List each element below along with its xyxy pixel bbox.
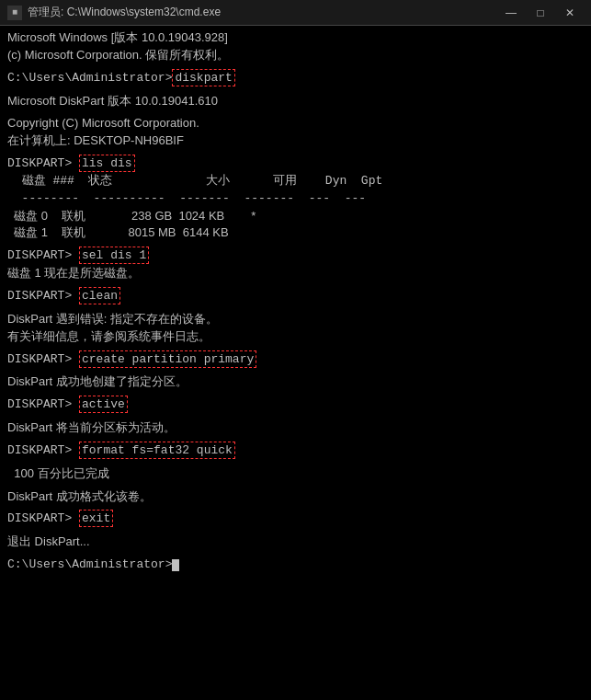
command-line: DISKPART> active: [7, 396, 584, 414]
close-button[interactable]: ✕: [556, 4, 584, 22]
output-line: DiskPart 遇到错误: 指定不存在的设备。: [7, 311, 584, 328]
command-text: lis dis: [79, 155, 135, 172]
output-line: (c) Microsoft Corporation. 保留所有权利。: [7, 47, 584, 64]
prompt-text: DISKPART>: [7, 352, 79, 366]
console-output: Microsoft Windows [版本 10.0.19043.928](c)…: [0, 26, 591, 700]
minimize-button[interactable]: —: [497, 4, 525, 22]
output-line: Microsoft DiskPart 版本 10.0.19041.610: [7, 93, 584, 110]
table-header: 磁盘 ### 状态 大小 可用 Dyn Gpt: [7, 173, 584, 190]
command-text: create partition primary: [79, 350, 256, 368]
prompt-text: DISKPART>: [7, 443, 79, 457]
output-line: DiskPart 成功地创建了指定分区。: [7, 373, 584, 391]
output-line: 在计算机上: DESKTOP-NH96BIF: [7, 132, 584, 150]
cursor-line: C:\Users\Administrator>: [7, 557, 584, 574]
window-title: 管理员: C:\Windows\system32\cmd.exe: [28, 5, 221, 20]
cursor-prompt: C:\Users\Administrator>: [7, 557, 172, 571]
output-line: 退出 DiskPart...: [7, 534, 584, 551]
prompt-text: DISKPART>: [7, 289, 79, 303]
command-line: DISKPART> create partition primary: [7, 351, 584, 369]
output-line: DiskPart 成功格式化该卷。: [7, 488, 584, 506]
table-divider: -------- ---------- ------- ------- --- …: [7, 190, 584, 208]
prompt-text: DISKPART>: [7, 397, 79, 411]
title-bar: ■ 管理员: C:\Windows\system32\cmd.exe — □ ✕: [0, 0, 591, 26]
command-line: DISKPART> exit: [7, 511, 584, 528]
command-text: clean: [79, 287, 120, 304]
cursor-block: [172, 559, 179, 571]
cmd-icon: ■: [7, 6, 22, 20]
output-line: 磁盘 1 现在是所选磁盘。: [7, 265, 584, 282]
output-line: DiskPart 将当前分区标为活动。: [7, 419, 584, 437]
output-line: Copyright (C) Microsoft Corporation.: [7, 115, 584, 132]
prompt-text: C:\Users\Administrator>: [7, 71, 172, 85]
command-text: sel dis 1: [79, 247, 149, 264]
prompt-text: DISKPART>: [7, 511, 79, 525]
title-bar-left: ■ 管理员: C:\Windows\system32\cmd.exe: [7, 5, 221, 20]
output-line: 100 百分比已完成: [7, 465, 584, 483]
output-line: Microsoft Windows [版本 10.0.19043.928]: [7, 29, 584, 47]
command-line: DISKPART> sel dis 1: [7, 247, 584, 265]
command-line: C:\Users\Administrator>diskpart: [7, 70, 584, 87]
command-line: DISKPART> clean: [7, 288, 584, 305]
table-row: 磁盘 1 联机 8015 MB 6144 KB: [7, 224, 584, 242]
prompt-text: DISKPART>: [7, 156, 79, 170]
window-controls: — □ ✕: [497, 4, 584, 22]
output-line: 有关详细信息，请参阅系统事件日志。: [7, 328, 584, 346]
maximize-button[interactable]: □: [527, 4, 554, 22]
command-text: format fs=fat32 quick: [79, 442, 235, 459]
command-text: diskpart: [172, 69, 234, 86]
command-line: DISKPART> lis dis: [7, 155, 584, 173]
command-line: DISKPART> format fs=fat32 quick: [7, 442, 584, 460]
command-text: exit: [79, 510, 113, 527]
command-text: active: [79, 396, 128, 413]
table-row: 磁盘 0 联机 238 GB 1024 KB *: [7, 208, 584, 225]
prompt-text: DISKPART>: [7, 248, 79, 262]
